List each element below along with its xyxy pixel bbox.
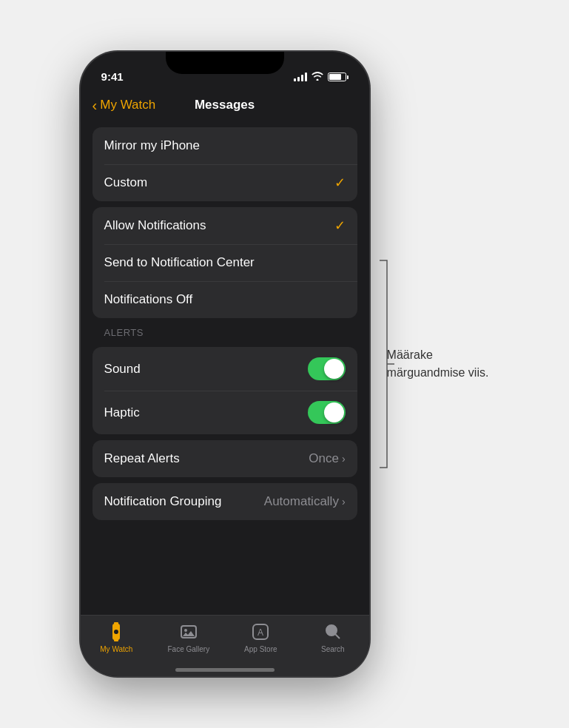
face-gallery-tab-label: Face Gallery (167, 645, 209, 653)
repeat-alerts-group: Repeat Alerts Once › (92, 440, 357, 477)
notifications-off-label: Notifications Off (104, 292, 193, 307)
custom-item[interactable]: Custom ✓ (92, 164, 357, 201)
svg-point-3 (114, 630, 118, 634)
haptic-toggle[interactable] (308, 401, 346, 424)
mirror-iphone-label: Mirror my iPhone (104, 138, 200, 153)
svg-point-5 (184, 629, 187, 632)
notification-grouping-group: Notification Grouping Automatically › (92, 483, 357, 520)
svg-text:A: A (257, 627, 263, 638)
sound-toggle-thumb (324, 359, 344, 379)
phone-frame: 9:41 (81, 52, 369, 676)
repeat-alerts-value: Once (309, 451, 339, 466)
app-store-tab-label: App Store (244, 645, 277, 653)
haptic-toggle-thumb (324, 402, 344, 422)
tab-search[interactable]: Search (297, 621, 369, 653)
notification-grouping-chevron-icon: › (342, 496, 346, 508)
page-title: Messages (195, 98, 255, 112)
notch (166, 52, 284, 74)
allow-checkmark-icon: ✓ (334, 218, 346, 234)
bracket-svg (350, 253, 394, 475)
scene: 9:41 (81, 52, 489, 676)
alerts-group: Sound Haptic (92, 347, 357, 434)
allow-notifications-item[interactable]: Allow Notifications ✓ (92, 207, 357, 244)
sound-toggle[interactable] (308, 357, 346, 380)
nav-header: ‹ My Watch Messages (81, 89, 369, 121)
home-indicator (175, 668, 275, 672)
send-to-center-label: Send to Notification Center (104, 255, 255, 270)
battery-icon (328, 73, 349, 81)
search-tab-label: Search (321, 645, 345, 653)
face-gallery-tab-icon (178, 621, 199, 642)
svg-rect-1 (114, 622, 118, 624)
tab-my-watch[interactable]: My Watch (81, 621, 153, 653)
svg-line-9 (335, 635, 340, 639)
tab-bar: My Watch Face Gallery (81, 615, 369, 676)
notification-grouping-item[interactable]: Notification Grouping Automatically › (92, 483, 357, 520)
alerts-section-header: ALERTS (81, 324, 369, 341)
svg-point-8 (326, 625, 337, 636)
annotation-text-line1: Määrake (387, 346, 489, 364)
back-label: My Watch (100, 98, 155, 112)
annotation-text-line2: märguandmise viis. (387, 364, 489, 382)
sound-label: Sound (104, 362, 141, 377)
content-scroll[interactable]: Mirror my iPhone Custom ✓ Allow Notifica… (81, 121, 369, 607)
my-watch-tab-label: My Watch (100, 645, 132, 653)
status-time: 9:41 (101, 70, 124, 83)
svg-rect-2 (114, 639, 118, 641)
send-to-center-item[interactable]: Send to Notification Center (92, 244, 357, 281)
notifications-off-item[interactable]: Notifications Off (92, 281, 357, 318)
back-chevron-icon: ‹ (92, 98, 98, 112)
back-button[interactable]: ‹ My Watch (92, 98, 156, 112)
wifi-icon (312, 71, 323, 83)
allow-notifications-label: Allow Notifications (104, 218, 206, 233)
screen: ‹ My Watch Messages Mirror my iPhone Cus… (81, 89, 369, 676)
tab-face-gallery[interactable]: Face Gallery (152, 621, 225, 653)
sound-item[interactable]: Sound (92, 347, 357, 391)
custom-label: Custom (104, 175, 148, 190)
repeat-alerts-label: Repeat Alerts (104, 451, 180, 466)
haptic-item[interactable]: Haptic (92, 391, 357, 434)
repeat-alerts-value-container: Once › (309, 451, 345, 466)
notification-grouping-value-container: Automatically › (264, 494, 346, 509)
app-store-tab-icon: A (250, 621, 271, 642)
haptic-label: Haptic (104, 405, 140, 420)
notification-type-group: Mirror my iPhone Custom ✓ (92, 127, 357, 201)
notification-grouping-label: Notification Grouping (104, 494, 222, 509)
repeat-alerts-chevron-icon: › (342, 453, 346, 465)
notification-grouping-value: Automatically (264, 494, 339, 509)
repeat-alerts-item[interactable]: Repeat Alerts Once › (92, 440, 357, 477)
notification-mode-group: Allow Notifications ✓ Send to Notificati… (92, 207, 357, 318)
annotation: Määrake märguandmise viis. (387, 346, 489, 382)
signal-icon (294, 73, 307, 81)
status-icons (294, 71, 349, 83)
my-watch-tab-icon (106, 621, 127, 642)
mirror-iphone-item[interactable]: Mirror my iPhone (92, 127, 357, 164)
custom-checkmark-icon: ✓ (334, 175, 346, 191)
search-tab-icon (323, 621, 343, 642)
tab-app-store[interactable]: A App Store (225, 621, 297, 653)
